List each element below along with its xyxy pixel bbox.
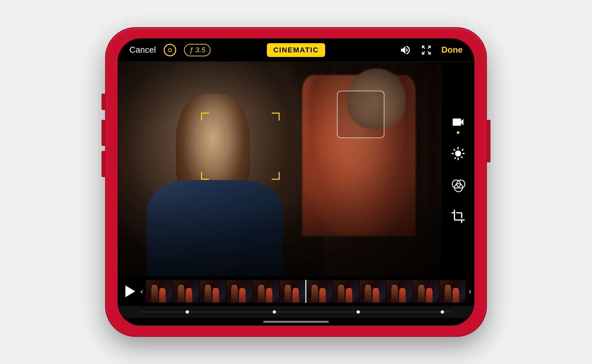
film-frame [386,280,413,303]
film-frame [306,280,333,303]
cancel-button[interactable]: Cancel [129,45,156,55]
tool-active-dot [457,131,459,134]
cinematic-mode-badge[interactable]: CINEMATIC [267,43,325,57]
focus-corner-bl [201,172,209,180]
film-frame [439,280,466,303]
keyframe-row[interactable] [118,306,474,318]
focus-box-secondary[interactable] [337,91,384,138]
top-bar: Cancel ƒ 3.5 CINEMATIC [118,38,474,62]
film-frame [413,280,439,303]
focus-corner-tl [201,113,209,120]
top-bar-left: Cancel ƒ 3.5 [129,44,214,56]
timeline-right-arrow[interactable]: › [469,287,471,296]
top-bar-center: CINEMATIC [267,43,325,57]
focus-box-main[interactable] [201,113,280,180]
timeline-left-arrow[interactable]: ‹ [140,287,143,296]
main-content [118,62,474,277]
done-button[interactable]: Done [441,45,463,55]
mute-button[interactable] [102,94,106,110]
bottom-section: ‹ [118,277,474,326]
color-adjust-button[interactable] [449,144,467,163]
film-frame [333,280,360,303]
film-frame [146,280,173,303]
keyframe-dot[interactable] [186,310,189,314]
home-bar [263,321,329,323]
volume-down-button[interactable] [102,151,106,177]
play-button[interactable] [121,283,138,300]
filmstrip-container[interactable] [146,280,466,303]
expand-icon[interactable] [420,44,432,56]
top-bar-right: Done [378,44,463,56]
volume-icon[interactable] [399,44,411,56]
play-icon [125,285,135,297]
focus-corner-br [272,172,280,180]
phone-screen: Cancel ƒ 3.5 CINEMATIC [118,38,474,326]
man-suit [147,180,283,277]
aperture-value[interactable]: ƒ 3.5 [184,44,211,56]
focus-ring-icon[interactable] [164,44,176,56]
keyframe-dot[interactable] [273,310,276,314]
keyframe-dot[interactable] [357,310,360,314]
film-frame [279,280,306,303]
phone-shell: Cancel ƒ 3.5 CINEMATIC [106,28,486,336]
power-button[interactable] [486,120,490,162]
keyframe-track [140,312,452,312]
film-frame [226,280,253,303]
film-frame [359,280,386,303]
volume-up-button[interactable] [102,120,106,146]
video-preview[interactable] [118,62,442,277]
video-camera-button[interactable] [449,113,467,131]
timeline-playhead[interactable] [305,280,306,303]
film-frame [173,280,199,303]
timeline-strip: ‹ [118,277,474,306]
keyframe-dot[interactable] [441,310,444,314]
film-frame [252,280,279,303]
side-toolbar [442,62,474,277]
crop-button[interactable] [449,207,467,226]
color-mix-button[interactable] [449,176,467,194]
home-indicator [118,318,474,326]
focus-corner-tr [272,113,280,120]
film-frame [199,280,226,303]
